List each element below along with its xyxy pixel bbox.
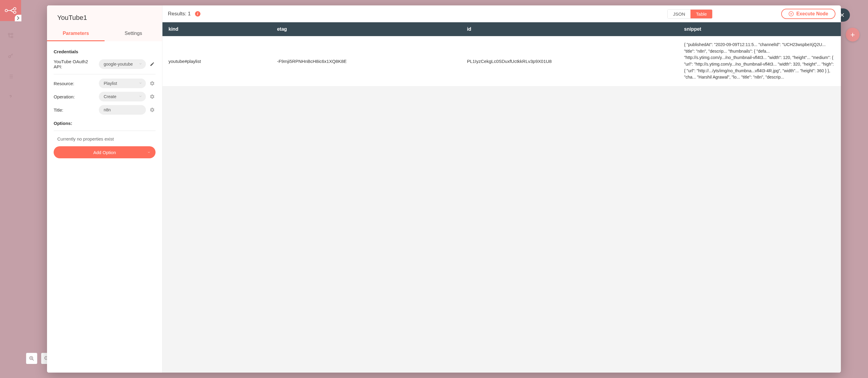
title-label: Title: — [54, 107, 96, 112]
results-count: Results: 1 — [168, 11, 191, 17]
execute-label: Execute Node — [796, 11, 828, 16]
cell-kind: youtube#playlist — [162, 36, 271, 86]
results-toolbar: Results: 1 i JSON Table Execute Node — [162, 5, 841, 22]
table-header-row: kind etag id snippet — [162, 22, 841, 36]
chevron-down-icon — [138, 62, 142, 67]
add-option-button[interactable]: Add Option — [54, 146, 156, 158]
resource-label: Resource: — [54, 81, 96, 86]
view-toggle: JSON Table — [667, 9, 712, 19]
view-table-button[interactable]: Table — [690, 10, 712, 19]
credentials-heading: Credentials — [54, 47, 156, 57]
info-icon[interactable]: i — [195, 11, 200, 16]
workflow-icon[interactable] — [0, 30, 21, 41]
chevron-down-icon — [147, 150, 151, 155]
svg-rect-5 — [11, 33, 13, 35]
panel-tabs: Parameters Settings — [47, 27, 162, 41]
operation-select[interactable]: Create — [99, 92, 146, 101]
svg-point-0 — [5, 9, 7, 12]
edit-credential-icon[interactable] — [149, 62, 156, 67]
execute-node-button[interactable]: Execute Node — [781, 9, 835, 19]
gear-icon[interactable] — [149, 81, 156, 86]
results-panel: Results: 1 i JSON Table Execute Node — [162, 5, 841, 373]
credential-select[interactable]: google-youtube — [99, 59, 146, 69]
node-title: YouTube1 — [47, 5, 162, 27]
gear-icon[interactable] — [149, 107, 156, 112]
chevron-down-icon — [138, 94, 142, 99]
title-input[interactable]: n8n — [99, 105, 146, 115]
svg-rect-4 — [11, 36, 13, 38]
cell-id: PL1IyzCekgLc0SDuxfUctkkRLv3p9X01U8 — [461, 36, 678, 86]
results-table-wrap: kind etag id snippet youtube#playlist -F… — [162, 22, 841, 373]
svg-point-1 — [13, 7, 16, 10]
parameters-panel: YouTube1 Parameters Settings Credentials… — [47, 5, 162, 373]
operation-label: Operation: — [54, 94, 96, 99]
credential-api-label: YouTube OAuth2 API: — [54, 59, 96, 69]
tab-settings[interactable]: Settings — [104, 27, 162, 41]
help-icon[interactable] — [0, 91, 21, 103]
svg-rect-3 — [8, 33, 10, 35]
nav-rail — [0, 0, 21, 378]
play-icon — [788, 11, 794, 16]
add-option-label: Add Option — [93, 150, 116, 155]
col-id: id — [461, 22, 678, 36]
app-logo[interactable] — [0, 0, 21, 21]
title-value: n8n — [104, 107, 111, 112]
svg-point-6 — [8, 56, 10, 58]
options-heading: Options: — [54, 116, 156, 128]
zoom-in-button[interactable] — [26, 353, 37, 364]
node-editor-modal: YouTube1 Parameters Settings Credentials… — [47, 5, 841, 373]
table-row[interactable]: youtube#playlist -F9mji5RPNHnBcH8ic6x1XQ… — [162, 36, 841, 86]
col-etag: etag — [271, 22, 461, 36]
operation-value: Create — [104, 94, 116, 99]
list-icon[interactable] — [0, 70, 21, 82]
add-node-button[interactable]: + — [846, 28, 860, 41]
chevron-down-icon — [138, 81, 142, 86]
options-empty-text: Currently no properties exist — [54, 133, 156, 146]
col-snippet: snippet — [678, 22, 841, 36]
key-icon[interactable] — [0, 50, 21, 62]
col-kind: kind — [162, 22, 271, 36]
cell-etag: -F9mji5RPNHnBcH8ic6x1XQ8K8E — [271, 36, 461, 86]
resource-value: Playlist — [104, 81, 117, 86]
results-table: kind etag id snippet youtube#playlist -F… — [162, 22, 841, 86]
gear-icon[interactable] — [149, 94, 156, 99]
view-json-button[interactable]: JSON — [668, 10, 690, 19]
svg-point-2 — [13, 11, 16, 13]
cell-snippet: { "publishedAt": "2020-09-09T12:11:5... … — [678, 36, 841, 86]
resource-select[interactable]: Playlist — [99, 78, 146, 88]
tab-parameters[interactable]: Parameters — [47, 27, 104, 41]
credential-value: google-youtube — [104, 62, 133, 67]
expand-nav-icon[interactable] — [15, 15, 22, 21]
